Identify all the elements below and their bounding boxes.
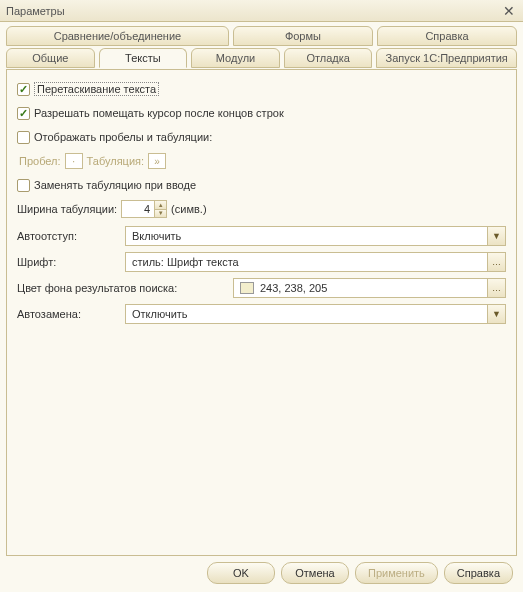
- checkbox-drag-text[interactable]: [17, 83, 30, 96]
- dropdown-arrow-icon[interactable]: ▼: [487, 305, 505, 323]
- tab-forms[interactable]: Формы: [233, 26, 373, 46]
- label-drag-text: Перетаскивание текста: [34, 82, 159, 96]
- label-search-bg: Цвет фона результатов поиска:: [17, 282, 233, 294]
- ellipsis-button-icon[interactable]: …: [487, 253, 505, 271]
- label-space: Пробел:: [19, 155, 61, 167]
- color-swatch: [240, 282, 254, 294]
- combo-autoreplace-value: Отключить: [126, 308, 487, 320]
- checkbox-replace-tabs[interactable]: [17, 179, 30, 192]
- label-font: Шрифт:: [17, 256, 125, 268]
- apply-button[interactable]: Применить: [355, 562, 438, 584]
- dropdown-arrow-icon[interactable]: ▼: [487, 227, 505, 245]
- tab-char-box: »: [148, 153, 166, 169]
- combo-search-bg[interactable]: 243, 238, 205 …: [233, 278, 506, 298]
- content-area: Сравнение/объединение Формы Справка Общи…: [0, 22, 523, 556]
- space-char-box: ·: [65, 153, 83, 169]
- label-autoindent: Автоотступ:: [17, 230, 125, 242]
- tab-texts[interactable]: Тексты: [99, 48, 188, 68]
- tab-width-value[interactable]: 4: [122, 201, 154, 217]
- help-button[interactable]: Справка: [444, 562, 513, 584]
- label-tab: Табуляция:: [87, 155, 145, 167]
- label-autoreplace: Автозамена:: [17, 308, 125, 320]
- label-show-whitespace: Отображать пробелы и табуляции:: [34, 131, 212, 143]
- spinner-down-icon[interactable]: ▼: [155, 210, 166, 218]
- label-tab-width-units: (симв.): [171, 203, 206, 215]
- tab-launch-1c[interactable]: Запуск 1С:Предприятия: [376, 48, 517, 68]
- combo-autoindent-value: Включить: [126, 230, 487, 242]
- combo-autoindent[interactable]: Включить ▼: [125, 226, 506, 246]
- tab-help[interactable]: Справка: [377, 26, 517, 46]
- tab-panel: Перетаскивание текста Разрешать помещать…: [6, 69, 517, 556]
- button-bar: OK Отмена Применить Справка: [207, 562, 513, 584]
- tab-modules[interactable]: Модули: [191, 48, 280, 68]
- checkbox-show-whitespace[interactable]: [17, 131, 30, 144]
- combo-font-value: стиль: Шрифт текста: [126, 256, 487, 268]
- combo-search-bg-value: 243, 238, 205: [260, 282, 327, 294]
- combo-font[interactable]: стиль: Шрифт текста …: [125, 252, 506, 272]
- tab-width-spinner[interactable]: 4 ▲ ▼: [121, 200, 167, 218]
- ok-button[interactable]: OK: [207, 562, 275, 584]
- checkbox-cursor-after-eol[interactable]: [17, 107, 30, 120]
- label-cursor-after-eol: Разрешать помещать курсор после концов с…: [34, 107, 284, 119]
- combo-autoreplace[interactable]: Отключить ▼: [125, 304, 506, 324]
- tab-row-1: Сравнение/объединение Формы Справка: [6, 26, 517, 46]
- tab-row-2: Общие Тексты Модули Отладка Запуск 1С:Пр…: [6, 48, 517, 68]
- spinner-up-icon[interactable]: ▲: [155, 201, 166, 210]
- cancel-button[interactable]: Отмена: [281, 562, 349, 584]
- tab-general[interactable]: Общие: [6, 48, 95, 68]
- tab-compare-merge[interactable]: Сравнение/объединение: [6, 26, 229, 46]
- title-bar: Параметры ✕: [0, 0, 523, 22]
- window-title: Параметры: [6, 5, 65, 17]
- tab-debug[interactable]: Отладка: [284, 48, 373, 68]
- label-replace-tabs: Заменять табуляцию при вводе: [34, 179, 196, 191]
- label-tab-width: Ширина табуляции:: [17, 203, 117, 215]
- close-icon[interactable]: ✕: [501, 3, 517, 19]
- ellipsis-button-icon[interactable]: …: [487, 279, 505, 297]
